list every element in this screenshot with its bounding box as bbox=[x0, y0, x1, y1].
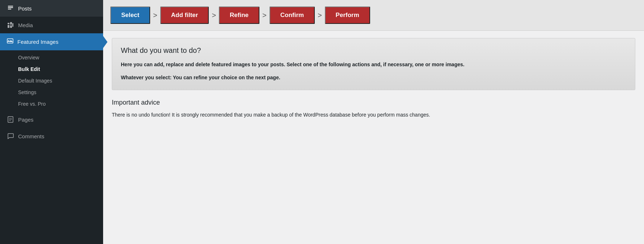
sidebar-item-posts-label: Posts bbox=[18, 5, 32, 12]
svg-rect-4 bbox=[12, 23, 13, 27]
sidebar-item-featured-images[interactable]: Featured Images bbox=[0, 33, 103, 50]
pages-icon bbox=[7, 115, 14, 123]
svg-rect-3 bbox=[10, 25, 12, 28]
info-paragraph-2: Whatever you select: You can refine your… bbox=[121, 73, 626, 81]
svg-rect-2 bbox=[8, 25, 9, 28]
svg-rect-1 bbox=[10, 22, 12, 25]
wizard-step-add-filter[interactable]: Add filter bbox=[160, 7, 209, 24]
submenu-item-overview[interactable]: Overview bbox=[0, 52, 103, 63]
sidebar-item-comments[interactable]: Comments bbox=[0, 128, 103, 144]
submenu-item-bulk-edit[interactable]: Bulk Edit bbox=[0, 63, 103, 75]
wizard-sep-2: > bbox=[209, 11, 219, 20]
sidebar-item-media-label: Media bbox=[18, 22, 33, 28]
comments-icon bbox=[7, 132, 14, 140]
sidebar-item-pages[interactable]: Pages bbox=[0, 111, 103, 128]
info-heading: What do you want to do? bbox=[121, 46, 626, 55]
sidebar-item-comments-label: Comments bbox=[18, 133, 45, 139]
info-box: What do you want to do? Here you can add… bbox=[112, 38, 635, 90]
wizard-navigation: Select > Add filter > Refine > Confirm >… bbox=[103, 0, 644, 31]
wizard-sep-3: > bbox=[259, 11, 270, 20]
wizard-sep-1: > bbox=[150, 11, 160, 20]
main-content: Select > Add filter > Refine > Confirm >… bbox=[103, 0, 644, 244]
wizard-step-perform[interactable]: Perform bbox=[325, 7, 370, 24]
sidebar-item-featured-images-label: Featured Images bbox=[17, 39, 58, 45]
sidebar-item-posts[interactable]: Posts bbox=[0, 0, 103, 17]
submenu: Overview Bulk Edit Default Images Settin… bbox=[0, 50, 103, 111]
sidebar-item-media[interactable]: Media bbox=[0, 17, 103, 33]
featured-images-icon bbox=[7, 38, 14, 46]
page-content: What do you want to do? Here you can add… bbox=[103, 31, 644, 244]
advice-section: Important advice There is no undo functi… bbox=[112, 99, 635, 119]
wizard-step-select[interactable]: Select bbox=[110, 7, 150, 24]
wizard-step-confirm[interactable]: Confirm bbox=[270, 7, 315, 24]
submenu-item-default-images[interactable]: Default Images bbox=[0, 75, 103, 87]
submenu-item-free-vs-pro[interactable]: Free vs. Pro bbox=[0, 98, 103, 110]
sidebar: Posts Media Featured Images Overview Bul… bbox=[0, 0, 103, 244]
advice-paragraph: There is no undo function! It is strongl… bbox=[112, 111, 635, 119]
advice-heading: Important advice bbox=[112, 99, 635, 106]
info-paragraph-1: Here you can add, replace and delete fea… bbox=[121, 60, 626, 68]
media-icon bbox=[7, 21, 14, 29]
posts-icon bbox=[7, 4, 14, 12]
wizard-sep-4: > bbox=[315, 11, 325, 20]
wizard-step-refine[interactable]: Refine bbox=[219, 7, 259, 24]
svg-rect-0 bbox=[8, 23, 9, 24]
submenu-item-settings[interactable]: Settings bbox=[0, 87, 103, 98]
sidebar-item-pages-label: Pages bbox=[18, 117, 34, 123]
